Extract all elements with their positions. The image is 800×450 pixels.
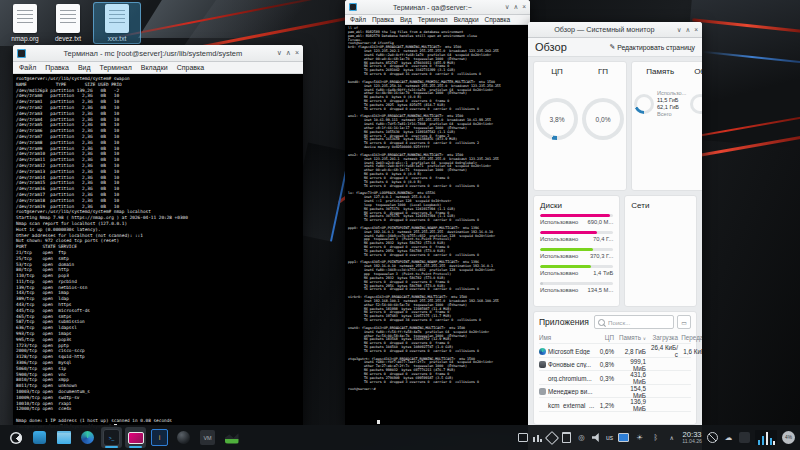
gpu-ring-gauge: 0,0% — [582, 98, 624, 140]
disk-usage-bar — [540, 282, 543, 285]
app-row-background-services[interactable]: Фоновые слу... 0,8% 999,1 МиБ — [539, 357, 691, 371]
menu-file[interactable]: Файл — [350, 16, 366, 23]
column-upload[interactable]: Передача — [681, 334, 702, 341]
table-config-button[interactable]: ▭ — [677, 315, 691, 329]
taskbar-discover[interactable] — [29, 427, 50, 448]
left-terminal-screen[interactable]: root@server:/usr/lib/systemd/system# swa… — [13, 74, 303, 430]
search-input[interactable]: Поиск... — [594, 315, 674, 329]
menu-view[interactable]: Вид — [400, 16, 412, 23]
cpu-ring-gauge: 3,8% — [536, 98, 578, 140]
app-row-chromium[interactable]: org.chromium... 0,3% 431,6 МиБ — [539, 370, 691, 384]
bluetooth-icon[interactable]: ᛒ — [650, 432, 661, 443]
left-terminal-output: root@server:/usr/lib/systemd/system# swa… — [13, 74, 303, 430]
middle-terminal-screen[interactable]: ll of pam_abl: BDB2589 the log files fro… — [345, 25, 530, 427]
networks-title: Сети — [625, 196, 696, 214]
display-connect-icon[interactable] — [618, 433, 629, 442]
close-icon[interactable]: × — [694, 26, 698, 34]
cpu-percent-badge[interactable]: 4% — [782, 431, 795, 444]
window-title: Терминал - mc [root@server]:/usr/lib/sys… — [29, 49, 277, 58]
left-terminal-titlebar[interactable]: Терминал - mc [root@server]:/usr/lib/sys… — [13, 45, 303, 62]
desktop-icon-xxx-txt[interactable]: xxx.txt — [95, 4, 139, 42]
swap-gauge: Область п... Использо... 0 Б 165,8 ГиБ О… — [688, 62, 702, 190]
vpn-network-icon[interactable] — [707, 432, 718, 443]
tray-expand-icon[interactable]: ∧ — [666, 432, 677, 443]
minimize-icon[interactable]: ∨ — [677, 26, 682, 34]
left-terminal-menubar: Файл Правка Вид Терминал Вкладки Справка — [13, 62, 303, 74]
app-row-vm-manager[interactable]: Менеджер ви... 154,5 МиБ — [539, 384, 691, 398]
taskbar-system-monitor[interactable] — [125, 427, 146, 448]
window-list-icon[interactable] — [518, 433, 528, 442]
menu-tabs[interactable]: Вкладки — [141, 64, 168, 71]
close-icon[interactable]: × — [295, 49, 299, 57]
volume-icon[interactable] — [592, 433, 601, 442]
menu-help[interactable]: Справка — [177, 64, 204, 71]
taskbar-edge[interactable] — [77, 427, 98, 448]
window-title: Обзор — Системный монитор — [532, 25, 677, 34]
edit-page-button[interactable]: ✎ Редактировать страницу — [610, 43, 695, 51]
menu-tabs[interactable]: Вкладки — [454, 16, 479, 23]
middle-terminal-titlebar[interactable]: Терминал - ga@server:~ ∨ ∧ × — [345, 0, 530, 15]
wallpaper-laptop-blue-glow — [702, 51, 800, 63]
disk-usage-row: Использовано370,3 Г... — [540, 248, 613, 259]
dark-app-icon[interactable] — [739, 432, 750, 443]
desktop-icon-devez-txt[interactable]: devez.txt — [46, 4, 90, 42]
clipboard-icon[interactable] — [562, 432, 571, 443]
minimize-icon[interactable]: ∨ — [277, 49, 282, 57]
swap-ring-gauge — [690, 94, 702, 114]
taskbar-virtualbox[interactable]: VM — [197, 427, 218, 448]
app-row-kcm-external[interactable]: kcm_external_... 1,2% 136,9 МиБ — [539, 397, 691, 411]
taskbar-file-manager[interactable] — [53, 427, 74, 448]
maximize-icon[interactable]: ∧ — [685, 26, 690, 34]
wallpaper-laptop-red-glow — [692, 18, 800, 32]
app-row-partial[interactable] — [539, 411, 691, 425]
column-download[interactable]: Загрузка — [649, 334, 681, 341]
minimize-icon[interactable]: ∨ — [505, 3, 510, 11]
cpu-history-sparkline[interactable] — [755, 430, 777, 445]
sort-down-icon: ∨ — [643, 336, 646, 341]
clock[interactable]: 20:33 11.04.26 — [682, 431, 702, 444]
cpu-value: 3,8% — [536, 98, 578, 140]
taskbar-sphere-app[interactable] — [173, 427, 194, 448]
menu-terminal[interactable]: Терминал — [100, 64, 132, 71]
disk-usage-bar — [540, 248, 593, 251]
disks-title: Диски — [534, 196, 619, 214]
menu-view[interactable]: Вид — [78, 64, 91, 71]
maximize-icon[interactable]: ∧ — [513, 3, 518, 11]
background-services-icon — [539, 361, 546, 368]
menu-help[interactable]: Справка — [485, 16, 511, 23]
memory-swap-card: Память Использо... 11,5 ГиБ 62,1 ГиБ Все… — [631, 61, 702, 191]
taskbar-ksysguard[interactable] — [221, 427, 242, 448]
system-monitor-titlebar[interactable]: Обзор — Системный монитор ∨ ∧ × — [528, 22, 702, 38]
chart-widget-icon[interactable] — [533, 434, 542, 442]
keyboard-layout-indicator[interactable]: us — [606, 434, 613, 441]
menu-terminal[interactable]: Терминал — [418, 16, 448, 23]
left-terminal-window: Терминал - mc [root@server]:/usr/lib/sys… — [13, 45, 303, 430]
maximize-icon[interactable]: ∧ — [286, 49, 291, 57]
menu-file[interactable]: Файл — [19, 64, 36, 71]
edge-icon — [81, 431, 94, 444]
disk-usage-row: Использовано690,0 М... — [540, 214, 613, 225]
document-icon — [56, 4, 80, 33]
app-row-edge[interactable]: Microsoft Edge 0,6% 2,8 ГиБ 26,4 КиБ/с 1… — [539, 343, 691, 357]
menu-edit[interactable]: Правка — [372, 16, 394, 23]
pencil-icon: ✎ — [610, 43, 616, 51]
column-memory[interactable]: Память ∨ — [617, 334, 649, 341]
close-icon[interactable]: × — [522, 3, 526, 11]
document-icon — [13, 4, 37, 33]
column-cpu[interactable]: ЦП — [597, 334, 617, 341]
taskbar-info-app[interactable]: i — [149, 427, 170, 448]
desktop-icon-label: nmap.org — [3, 35, 47, 42]
memory-total-label: Всего — [657, 111, 686, 118]
menu-edit[interactable]: Правка — [45, 64, 69, 71]
cpu-label: ЦП — [536, 67, 578, 76]
app-launcher-button[interactable] — [5, 427, 26, 448]
record-icon[interactable]: ◎ — [576, 432, 587, 443]
desktop-icon-nmap-org[interactable]: nmap.org — [3, 4, 47, 42]
networks-card: Сети — [624, 195, 697, 307]
disk-usage-row: Использовано1,4 ТиБ — [540, 265, 613, 276]
weather-cloud-icon[interactable]: ☁ — [723, 432, 734, 443]
tablet-pen-icon[interactable] — [545, 430, 559, 444]
column-name[interactable]: Имя — [539, 334, 597, 341]
taskbar-konsole[interactable]: >_ — [101, 427, 122, 448]
brightness-icon[interactable]: ☀ — [634, 432, 645, 443]
